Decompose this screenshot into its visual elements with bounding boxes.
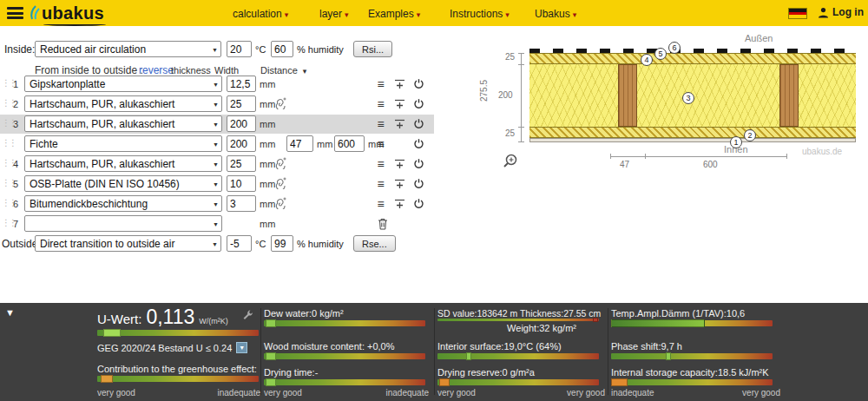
nav-examples[interactable]: Examples▾ — [368, 8, 420, 20]
layer-marker-4[interactable]: 4 — [641, 54, 653, 66]
material-select[interactable]: OSB-Platte (DIN EN ISO 10456)▼ — [24, 175, 222, 192]
inside-humidity-input[interactable] — [271, 41, 293, 57]
bar-marker — [266, 378, 276, 386]
stud-thickness-input[interactable] — [227, 135, 256, 152]
geg-text: GEG 2020/24 Bestand U ≤ 0.24 — [97, 343, 232, 353]
mm-unit-label: mm — [260, 219, 275, 229]
dim-tick — [786, 154, 787, 159]
nav-caret-icon: ▾ — [573, 10, 577, 19]
insert-layer-icon[interactable] — [392, 76, 407, 91]
bar-marker — [103, 329, 121, 337]
dim-47: 47 — [620, 160, 629, 169]
outside-row: Outside Direct transition to outside air… — [0, 234, 434, 253]
inside-temp-input[interactable] — [227, 41, 252, 57]
rotate-layer-spiral-icon[interactable] — [274, 177, 286, 193]
nav-instructions[interactable]: Instructions▾ — [450, 8, 510, 20]
layer-number: 2 — [13, 99, 18, 109]
thickness-input[interactable] — [227, 155, 256, 172]
layer-menu-icon[interactable]: ≡ — [373, 156, 388, 171]
layer-marker-1[interactable]: 1 — [730, 136, 742, 148]
insert-layer-icon[interactable] — [392, 196, 407, 211]
drag-handle-icon[interactable]: ⋮⋮ — [2, 137, 16, 149]
layer-menu-icon[interactable]: ≡ — [373, 96, 388, 111]
layer-number: 6 — [13, 199, 18, 209]
thickness-input[interactable] — [227, 115, 256, 132]
outside-temp-input[interactable] — [227, 235, 252, 252]
nav-layer[interactable]: layer▾ — [319, 8, 349, 20]
material-select[interactable]: ▼ — [24, 215, 222, 232]
material-select[interactable]: Hartschaum, PUR, alukaschiert▼ — [24, 115, 222, 132]
nav-caret-icon: ▾ — [345, 10, 349, 19]
layer-menu-icon[interactable]: ≡ — [373, 116, 388, 131]
stud-distance-input[interactable] — [334, 135, 365, 152]
layer-menu-icon[interactable]: ≡ — [373, 176, 388, 191]
layer-menu-icon[interactable]: ≡ — [373, 136, 388, 151]
material-value: OSB-Platte (DIN EN ISO 10456) — [30, 178, 180, 190]
wrench-settings-icon[interactable] — [241, 310, 253, 325]
insert-layer-icon[interactable] — [392, 176, 407, 191]
inside-surface-select[interactable]: Reduced air circulation ▼ — [35, 41, 221, 57]
collapse-results-icon[interactable]: ▼ — [5, 307, 15, 318]
german-flag-language-icon[interactable] — [788, 8, 807, 19]
magnifier-zoom-icon[interactable] — [502, 153, 519, 174]
outside-surface-select[interactable]: Direct transition to outside air ▼ — [35, 235, 221, 252]
outside-side-label: Außen — [745, 33, 773, 43]
toggle-layer-power-icon[interactable] — [411, 96, 426, 111]
thickness-input[interactable] — [227, 195, 256, 212]
insert-layer-icon[interactable] — [392, 96, 407, 111]
results-col-uvalue: U-Wert: 0,113 W/(m²K) GEG 2020/24 Bestan… — [97, 303, 260, 401]
thickness-input[interactable] — [227, 95, 256, 112]
nav-ubakus[interactable]: Ubakus▾ — [535, 8, 576, 20]
geg-dropdown-button[interactable]: ▼ — [236, 342, 247, 353]
layer-marker-3[interactable]: 3 — [682, 92, 694, 104]
layer-menu-icon[interactable]: ≡ — [373, 196, 388, 211]
rse-button[interactable]: Rse... — [353, 235, 396, 252]
ubakus-logo[interactable]: ubakus — [28, 3, 104, 23]
rotate-layer-spiral-icon[interactable] — [274, 97, 286, 113]
rotate-layer-spiral-icon[interactable] — [274, 197, 286, 213]
stud-width-input[interactable] — [286, 135, 313, 152]
dim-line-600 — [645, 156, 786, 157]
weight-label: Weight:32 kg/m² — [507, 323, 576, 333]
stud-material-select[interactable]: Fichte▼ — [24, 135, 222, 152]
toggle-layer-power-icon[interactable] — [411, 116, 426, 131]
material-select[interactable]: Gipskartonplatte▼ — [24, 76, 222, 92]
layer-number: 3 — [13, 119, 18, 129]
rsi-button[interactable]: Rsi... — [353, 41, 392, 57]
insert-layer-icon[interactable] — [392, 156, 407, 171]
mm-unit-label: mm — [260, 179, 275, 189]
toggle-layer-power-icon[interactable] — [411, 176, 426, 191]
scale-left-label: very good — [97, 388, 135, 398]
dim-tick — [645, 154, 646, 159]
toggle-layer-power-icon[interactable] — [411, 196, 426, 211]
toggle-layer-power-icon[interactable] — [411, 156, 426, 171]
material-select[interactable]: Hartschaum, PUR, alukaschiert▼ — [24, 95, 222, 112]
layer-marker-2[interactable]: 2 — [744, 129, 756, 141]
layer-menu-icon[interactable]: ≡ — [373, 76, 388, 91]
dropdown-caret-icon: ▼ — [213, 141, 219, 147]
rotate-layer-spiral-icon[interactable] — [274, 157, 286, 173]
greenhouse-rating-bar — [97, 376, 259, 382]
outside-humidity-input[interactable] — [271, 235, 293, 252]
login-button[interactable]: Log in — [818, 6, 864, 18]
thickness-input[interactable] — [227, 76, 256, 92]
toggle-layer-power-icon[interactable] — [411, 76, 426, 91]
sd-value-label: SD value:183642 m Thickness:27.55 cm — [437, 308, 601, 319]
wood-stud[interactable] — [618, 64, 637, 127]
delete-layer-trash-icon[interactable] — [375, 216, 390, 231]
layer-number: 1 — [13, 79, 18, 89]
toggle-layer-power-icon[interactable] — [411, 136, 426, 151]
hamburger-menu-icon[interactable] — [7, 7, 23, 19]
thickness-input[interactable] — [227, 175, 256, 192]
wood-stud[interactable] — [779, 64, 799, 127]
material-select[interactable]: Hartschaum, PUR, alukaschiert▼ — [24, 155, 222, 172]
material-select[interactable]: Bitumendickbeschichtung▼ — [24, 195, 222, 212]
phase-shift-bar — [611, 353, 773, 359]
bar-marker — [266, 352, 276, 360]
nav-calculation[interactable]: calculation▾ — [233, 8, 288, 20]
column-separator — [608, 308, 608, 395]
layer-marker-6[interactable]: 6 — [668, 42, 681, 54]
column-separator — [260, 308, 261, 395]
insert-layer-icon[interactable] — [392, 116, 407, 131]
layer-marker-5[interactable]: 5 — [654, 48, 667, 60]
